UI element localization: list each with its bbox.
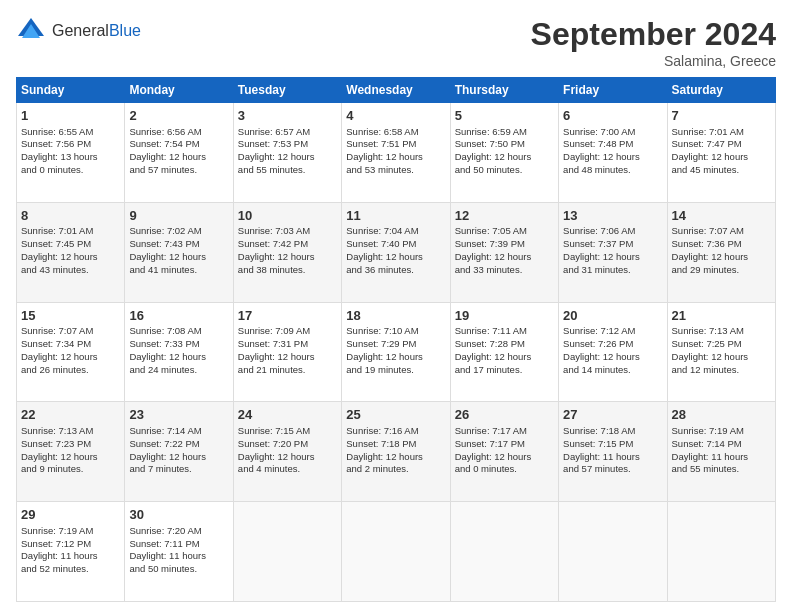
day-info: Sunrise: 6:59 AM Sunset: 7:50 PM Dayligh…: [455, 126, 554, 177]
calendar-cell: 27Sunrise: 7:18 AM Sunset: 7:15 PM Dayli…: [559, 402, 667, 502]
day-number: 15: [21, 307, 120, 325]
calendar-cell: 21Sunrise: 7:13 AM Sunset: 7:25 PM Dayli…: [667, 302, 775, 402]
calendar-cell: 28Sunrise: 7:19 AM Sunset: 7:14 PM Dayli…: [667, 402, 775, 502]
calendar-week-4: 22Sunrise: 7:13 AM Sunset: 7:23 PM Dayli…: [17, 402, 776, 502]
day-info: Sunrise: 7:19 AM Sunset: 7:14 PM Dayligh…: [672, 425, 771, 476]
day-number: 7: [672, 107, 771, 125]
day-number: 12: [455, 207, 554, 225]
calendar-cell: [559, 502, 667, 602]
calendar-cell: 18Sunrise: 7:10 AM Sunset: 7:29 PM Dayli…: [342, 302, 450, 402]
day-number: 28: [672, 406, 771, 424]
calendar-cell: 30Sunrise: 7:20 AM Sunset: 7:11 PM Dayli…: [125, 502, 233, 602]
calendar-cell: 17Sunrise: 7:09 AM Sunset: 7:31 PM Dayli…: [233, 302, 341, 402]
day-info: Sunrise: 7:18 AM Sunset: 7:15 PM Dayligh…: [563, 425, 662, 476]
day-info: Sunrise: 7:20 AM Sunset: 7:11 PM Dayligh…: [129, 525, 228, 576]
day-info: Sunrise: 6:55 AM Sunset: 7:56 PM Dayligh…: [21, 126, 120, 177]
day-info: Sunrise: 6:57 AM Sunset: 7:53 PM Dayligh…: [238, 126, 337, 177]
day-number: 22: [21, 406, 120, 424]
logo-icon: [16, 16, 46, 46]
day-number: 23: [129, 406, 228, 424]
day-number: 10: [238, 207, 337, 225]
day-number: 4: [346, 107, 445, 125]
calendar-cell: 25Sunrise: 7:16 AM Sunset: 7:18 PM Dayli…: [342, 402, 450, 502]
day-number: 26: [455, 406, 554, 424]
calendar-cell: 10Sunrise: 7:03 AM Sunset: 7:42 PM Dayli…: [233, 202, 341, 302]
day-number: 8: [21, 207, 120, 225]
day-number: 2: [129, 107, 228, 125]
day-info: Sunrise: 6:58 AM Sunset: 7:51 PM Dayligh…: [346, 126, 445, 177]
calendar-cell: 24Sunrise: 7:15 AM Sunset: 7:20 PM Dayli…: [233, 402, 341, 502]
weekday-header-sunday: Sunday: [17, 78, 125, 103]
weekday-header-saturday: Saturday: [667, 78, 775, 103]
location: Salamina, Greece: [531, 53, 776, 69]
calendar-cell: 16Sunrise: 7:08 AM Sunset: 7:33 PM Dayli…: [125, 302, 233, 402]
day-info: Sunrise: 7:02 AM Sunset: 7:43 PM Dayligh…: [129, 225, 228, 276]
day-number: 1: [21, 107, 120, 125]
calendar-cell: 4Sunrise: 6:58 AM Sunset: 7:51 PM Daylig…: [342, 103, 450, 203]
day-number: 3: [238, 107, 337, 125]
logo-blue: Blue: [109, 22, 141, 39]
calendar-cell: [667, 502, 775, 602]
month-title: September 2024: [531, 16, 776, 53]
calendar-cell: 3Sunrise: 6:57 AM Sunset: 7:53 PM Daylig…: [233, 103, 341, 203]
day-number: 16: [129, 307, 228, 325]
day-info: Sunrise: 7:13 AM Sunset: 7:23 PM Dayligh…: [21, 425, 120, 476]
calendar-cell: 5Sunrise: 6:59 AM Sunset: 7:50 PM Daylig…: [450, 103, 558, 203]
day-number: 17: [238, 307, 337, 325]
calendar-cell: 9Sunrise: 7:02 AM Sunset: 7:43 PM Daylig…: [125, 202, 233, 302]
calendar-cell: 20Sunrise: 7:12 AM Sunset: 7:26 PM Dayli…: [559, 302, 667, 402]
calendar-cell: 15Sunrise: 7:07 AM Sunset: 7:34 PM Dayli…: [17, 302, 125, 402]
calendar-body: 1Sunrise: 6:55 AM Sunset: 7:56 PM Daylig…: [17, 103, 776, 602]
day-info: Sunrise: 7:04 AM Sunset: 7:40 PM Dayligh…: [346, 225, 445, 276]
weekday-header-wednesday: Wednesday: [342, 78, 450, 103]
day-info: Sunrise: 7:03 AM Sunset: 7:42 PM Dayligh…: [238, 225, 337, 276]
calendar-header: SundayMondayTuesdayWednesdayThursdayFrid…: [17, 78, 776, 103]
title-block: September 2024 Salamina, Greece: [531, 16, 776, 69]
logo-general: General: [52, 22, 109, 39]
calendar-cell: 1Sunrise: 6:55 AM Sunset: 7:56 PM Daylig…: [17, 103, 125, 203]
day-number: 6: [563, 107, 662, 125]
calendar-cell: 22Sunrise: 7:13 AM Sunset: 7:23 PM Dayli…: [17, 402, 125, 502]
header: GeneralBlue September 2024 Salamina, Gre…: [16, 16, 776, 69]
weekday-header-tuesday: Tuesday: [233, 78, 341, 103]
day-info: Sunrise: 7:07 AM Sunset: 7:36 PM Dayligh…: [672, 225, 771, 276]
day-info: Sunrise: 7:01 AM Sunset: 7:45 PM Dayligh…: [21, 225, 120, 276]
day-info: Sunrise: 7:07 AM Sunset: 7:34 PM Dayligh…: [21, 325, 120, 376]
weekday-header-monday: Monday: [125, 78, 233, 103]
day-number: 29: [21, 506, 120, 524]
day-number: 13: [563, 207, 662, 225]
calendar-week-5: 29Sunrise: 7:19 AM Sunset: 7:12 PM Dayli…: [17, 502, 776, 602]
day-info: Sunrise: 7:11 AM Sunset: 7:28 PM Dayligh…: [455, 325, 554, 376]
logo-text: GeneralBlue: [52, 22, 141, 40]
page: GeneralBlue September 2024 Salamina, Gre…: [0, 0, 792, 612]
day-info: Sunrise: 7:05 AM Sunset: 7:39 PM Dayligh…: [455, 225, 554, 276]
day-number: 19: [455, 307, 554, 325]
calendar-cell: 8Sunrise: 7:01 AM Sunset: 7:45 PM Daylig…: [17, 202, 125, 302]
calendar-cell: 7Sunrise: 7:01 AM Sunset: 7:47 PM Daylig…: [667, 103, 775, 203]
day-info: Sunrise: 7:17 AM Sunset: 7:17 PM Dayligh…: [455, 425, 554, 476]
calendar-cell: [450, 502, 558, 602]
day-number: 21: [672, 307, 771, 325]
weekday-header-thursday: Thursday: [450, 78, 558, 103]
day-info: Sunrise: 7:12 AM Sunset: 7:26 PM Dayligh…: [563, 325, 662, 376]
calendar-cell: 19Sunrise: 7:11 AM Sunset: 7:28 PM Dayli…: [450, 302, 558, 402]
weekday-row: SundayMondayTuesdayWednesdayThursdayFrid…: [17, 78, 776, 103]
day-number: 18: [346, 307, 445, 325]
calendar-cell: 13Sunrise: 7:06 AM Sunset: 7:37 PM Dayli…: [559, 202, 667, 302]
weekday-header-friday: Friday: [559, 78, 667, 103]
calendar-week-2: 8Sunrise: 7:01 AM Sunset: 7:45 PM Daylig…: [17, 202, 776, 302]
day-info: Sunrise: 7:01 AM Sunset: 7:47 PM Dayligh…: [672, 126, 771, 177]
day-info: Sunrise: 7:19 AM Sunset: 7:12 PM Dayligh…: [21, 525, 120, 576]
day-number: 5: [455, 107, 554, 125]
calendar-cell: 12Sunrise: 7:05 AM Sunset: 7:39 PM Dayli…: [450, 202, 558, 302]
day-number: 9: [129, 207, 228, 225]
day-number: 25: [346, 406, 445, 424]
calendar: SundayMondayTuesdayWednesdayThursdayFrid…: [16, 77, 776, 602]
calendar-cell: 11Sunrise: 7:04 AM Sunset: 7:40 PM Dayli…: [342, 202, 450, 302]
day-number: 27: [563, 406, 662, 424]
day-number: 11: [346, 207, 445, 225]
day-info: Sunrise: 7:09 AM Sunset: 7:31 PM Dayligh…: [238, 325, 337, 376]
day-info: Sunrise: 7:08 AM Sunset: 7:33 PM Dayligh…: [129, 325, 228, 376]
day-info: Sunrise: 7:06 AM Sunset: 7:37 PM Dayligh…: [563, 225, 662, 276]
day-info: Sunrise: 7:16 AM Sunset: 7:18 PM Dayligh…: [346, 425, 445, 476]
